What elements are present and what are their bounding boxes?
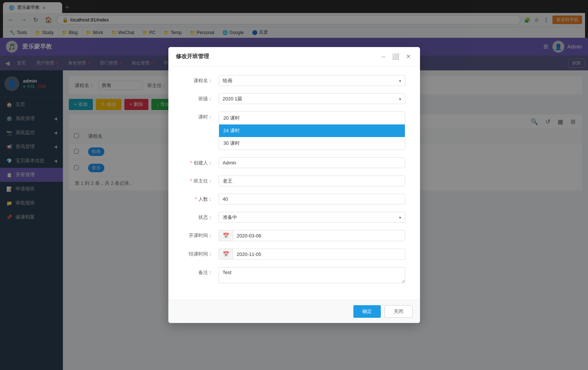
modal-header-buttons: – ⬜ ✕ — [380, 52, 413, 61]
end-time-label: 结课时间： — [183, 249, 213, 257]
class-row: 班级： 2020 1届 — [183, 93, 405, 104]
hours-label: 课时： — [183, 111, 213, 120]
course-name-row: 课程名： 绘画 — [183, 75, 405, 86]
remarks-label: 备注： — [183, 267, 213, 276]
status-select[interactable]: 准备中 — [219, 212, 405, 223]
modal-overlay: 修改开班管理 – ⬜ ✕ 课程名： 绘画 班级： — [0, 0, 588, 370]
teacher-label: 班主任： — [183, 176, 213, 184]
remarks-row: 备注： — [183, 267, 405, 283]
calendar-icon-end: 📅 — [219, 249, 233, 259]
count-row: 人数： — [183, 194, 405, 204]
close-modal-button[interactable]: 关闭 — [384, 305, 413, 318]
course-name-select-wrap: 绘画 — [219, 75, 405, 86]
status-select-wrap: 准备中 — [219, 212, 405, 223]
count-input[interactable] — [219, 194, 405, 204]
creator-label: 创建人： — [183, 157, 213, 166]
hours-dropdown-list: 20 课时 24 课时 30 课时 — [219, 111, 405, 150]
hours-option-20[interactable]: 20 课时 — [219, 112, 405, 124]
start-time-input-wrap: 📅 — [219, 230, 405, 241]
status-row: 状态： 准备中 — [183, 212, 405, 223]
start-time-row: 开课时间： 📅 — [183, 230, 405, 241]
start-time-label: 开课时间： — [183, 230, 213, 239]
hours-option-30[interactable]: 30 课时 — [219, 137, 405, 150]
count-label: 人数： — [183, 194, 213, 203]
teacher-row: 班主任： — [183, 176, 405, 186]
modal-footer: 确定 关闭 — [168, 300, 420, 323]
course-name-label: 课程名： — [183, 75, 213, 84]
course-name-select[interactable]: 绘画 — [219, 75, 405, 86]
class-select[interactable]: 2020 1届 — [219, 93, 405, 104]
modal-close-btn[interactable]: ✕ — [404, 52, 413, 61]
calendar-icon-start: 📅 — [219, 230, 233, 241]
modal: 修改开班管理 – ⬜ ✕ 课程名： 绘画 班级： — [168, 47, 420, 323]
modal-header: 修改开班管理 – ⬜ ✕ — [168, 47, 420, 66]
remarks-textarea[interactable] — [219, 267, 405, 283]
modal-maximize-btn[interactable]: ⬜ — [390, 52, 401, 61]
hours-option-24[interactable]: 24 课时 — [219, 124, 405, 137]
modal-body: 课程名： 绘画 班级： 2020 1届 课时： — [168, 66, 420, 300]
class-label: 班级： — [183, 93, 213, 102]
modal-title: 修改开班管理 — [176, 53, 209, 60]
end-time-input-wrap: 📅 — [219, 249, 405, 260]
hours-row: 课时： 20 课时 24 课时 30 课时 — [183, 111, 405, 150]
hours-dropdown-container: 20 课时 24 课时 30 课时 — [219, 111, 405, 150]
end-time-row: 结课时间： 📅 — [183, 249, 405, 260]
teacher-input[interactable] — [219, 176, 405, 186]
start-time-input[interactable] — [233, 231, 405, 241]
class-select-wrap: 2020 1届 — [219, 93, 405, 104]
modal-minimize-btn[interactable]: – — [380, 53, 387, 61]
status-label: 状态： — [183, 212, 213, 221]
creator-input[interactable] — [219, 157, 405, 168]
creator-row: 创建人： — [183, 157, 405, 168]
end-time-input[interactable] — [233, 249, 405, 259]
confirm-button[interactable]: 确定 — [353, 305, 381, 318]
